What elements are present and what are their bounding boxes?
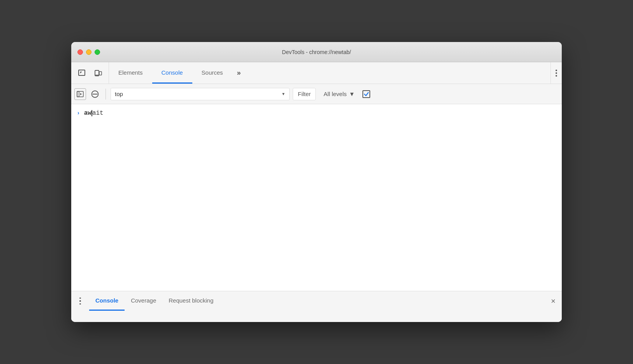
tab-elements[interactable]: Elements [109, 62, 152, 84]
all-levels-dropdown[interactable]: All levels ▼ [319, 88, 359, 100]
top-toolbar: Elements Console Sources » [71, 62, 562, 84]
console-toolbar: top ▼ Filter All levels ▼ [71, 84, 562, 104]
drawer-tab-request-blocking[interactable]: Request blocking [162, 291, 220, 311]
context-label: top [115, 91, 123, 97]
device-toggle-button[interactable] [92, 67, 104, 79]
svg-rect-2 [99, 72, 102, 75]
console-prompt-arrow[interactable]: › [77, 110, 79, 116]
toolbar-icons-group [71, 62, 109, 84]
more-options-button[interactable] [556, 70, 557, 77]
console-input: await [84, 110, 104, 117]
context-selector[interactable]: top ▼ [111, 88, 290, 100]
tabs-area: Elements Console Sources » [109, 62, 550, 84]
maximize-button[interactable] [95, 49, 100, 55]
bottom-drawer: Console Coverage Request blocking × [71, 291, 562, 322]
minimize-button[interactable] [86, 49, 91, 55]
all-levels-arrow: ▼ [349, 91, 355, 97]
inspect-element-button[interactable] [76, 67, 88, 79]
traffic-lights [77, 49, 100, 55]
drawer-tab-console[interactable]: Console [89, 291, 125, 311]
tab-console[interactable]: Console [152, 62, 192, 84]
drawer-tabs: Console Coverage Request blocking × [71, 291, 562, 311]
console-line: › await [77, 107, 556, 120]
filter-input[interactable]: Filter [293, 88, 316, 100]
window-title: DevTools - chrome://newtab/ [282, 49, 351, 55]
tab-sources[interactable]: Sources [192, 62, 232, 84]
close-button[interactable] [77, 49, 83, 55]
drawer-tab-coverage[interactable]: Coverage [125, 291, 162, 311]
devtools-window: DevTools - chrome://newtab/ [71, 42, 562, 322]
toolbar-divider [106, 89, 106, 100]
svg-rect-5 [77, 91, 79, 97]
clear-console-button[interactable] [89, 88, 101, 100]
svg-marker-6 [80, 93, 82, 95]
drawer-bottom-line [71, 311, 562, 312]
drawer-menu-button[interactable] [74, 295, 86, 307]
svg-rect-0 [79, 70, 85, 75]
checkbox-button[interactable] [362, 90, 370, 98]
console-content[interactable]: › await [71, 104, 562, 291]
more-tabs-button[interactable]: » [232, 62, 246, 84]
sidebar-toggle-button[interactable] [74, 88, 86, 100]
context-selector-arrow: ▼ [281, 92, 285, 96]
devtools-body: Elements Console Sources » [71, 62, 562, 322]
input-mono-part: ait [92, 110, 104, 117]
drawer-close-button[interactable]: × [548, 297, 559, 305]
input-bold-part: aw [84, 110, 91, 117]
toolbar-right-icons [550, 62, 562, 84]
title-bar: DevTools - chrome://newtab/ [71, 42, 562, 62]
